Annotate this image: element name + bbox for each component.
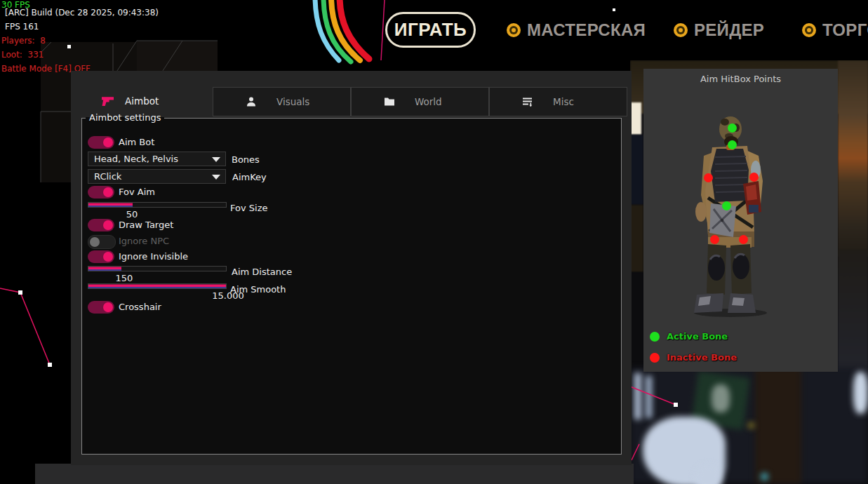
fov-aim-toggle[interactable] xyxy=(88,186,114,199)
hitbox-dot-left-shoulder xyxy=(704,173,713,182)
toggle-knob xyxy=(103,220,113,230)
rainbow-streak xyxy=(315,0,369,62)
fov-size-label: Fov Size xyxy=(230,203,267,213)
coin-icon xyxy=(802,23,816,37)
nav-item-raider[interactable]: РЕЙДЕР xyxy=(674,20,764,40)
active-bone-dot xyxy=(650,332,660,342)
aimkey-label: AimKey xyxy=(232,172,267,182)
tab-aimbot[interactable]: Aimbot xyxy=(102,89,159,113)
coin-icon xyxy=(674,23,688,37)
nav-item-label: ТОРГО xyxy=(822,20,868,40)
person-icon xyxy=(246,96,257,107)
aimbot-settings-group: Aimbot settings Aim Bot Head, Neck, Pelv… xyxy=(81,118,622,455)
hitbox-dot-right-shoulder xyxy=(749,173,759,182)
toggle-knob xyxy=(103,252,113,262)
draw-target-toggle[interactable] xyxy=(88,219,114,231)
fov-size-slider[interactable] xyxy=(88,202,227,208)
bones-dropdown-value: Head, Neck, Pelvis xyxy=(94,154,178,164)
aimkey-dropdown-value: RClick xyxy=(94,171,121,182)
slider-fill xyxy=(88,203,133,207)
nav-item-trader[interactable]: ТОРГО xyxy=(802,20,868,40)
aim-smooth-label: Aim Smooth xyxy=(230,284,286,295)
ignore-invisible-label: Ignore Invisible xyxy=(119,250,188,263)
toggle-knob xyxy=(103,302,113,312)
tab-visuals[interactable]: Visuals xyxy=(213,87,351,116)
fov-aim-label: Fov Aim xyxy=(119,186,155,199)
hitbox-dot-right-thigh xyxy=(739,235,748,244)
slider-fill xyxy=(88,284,226,288)
crosshair-label: Crosshair xyxy=(119,301,161,314)
hitbox-dot-pelvis xyxy=(722,201,731,210)
legend-label: Inactive Bone xyxy=(667,352,737,363)
fov-size-value: 50 xyxy=(111,209,153,220)
chevron-down-icon xyxy=(212,175,220,180)
hitbox-dot-neck xyxy=(728,140,737,149)
hitbox-panel-title: Aim HitBox Points xyxy=(643,74,838,84)
slider-fill xyxy=(88,267,121,271)
hitbox-panel: Aim HitBox Points xyxy=(643,69,838,372)
tab-label: World xyxy=(415,96,442,107)
ignore-npc-label: Ignore NPC xyxy=(119,235,169,248)
cheat-menu-panel: Aimbot Visuals World Misc xyxy=(71,71,632,465)
crosshair-toggle[interactable] xyxy=(88,301,114,314)
aim-distance-slider[interactable] xyxy=(88,266,227,271)
tab-label: Aimbot xyxy=(125,95,159,107)
ignore-invisible-toggle[interactable] xyxy=(88,250,114,263)
bones-dropdown[interactable]: Head, Neck, Pelvis xyxy=(88,152,226,166)
pistol-icon xyxy=(102,96,114,107)
inactive-bone-dot xyxy=(650,353,660,363)
aimkey-dropdown[interactable]: RClick xyxy=(88,169,226,184)
filter-icon xyxy=(522,96,533,107)
nav-item-label: МАСТЕРСКАЯ xyxy=(527,20,646,40)
folder-icon xyxy=(384,97,395,107)
legend-active-bone: Active Bone xyxy=(650,331,728,342)
coin-icon xyxy=(507,23,521,37)
players-counter: Players: 8 xyxy=(1,36,46,46)
nav-item-workshop[interactable]: МАСТЕРСКАЯ xyxy=(507,20,646,40)
chevron-down-icon xyxy=(212,157,220,162)
group-title: Aimbot settings xyxy=(86,112,164,123)
tab-label: Visuals xyxy=(276,96,309,107)
tab-label: Misc xyxy=(553,96,574,107)
play-button[interactable]: ИГРАТЬ xyxy=(385,12,476,48)
loot-counter: Loot: 331 xyxy=(1,50,44,60)
build-info: [ARC] Build (Dec 28 2025, 09:43:38) xyxy=(5,8,159,18)
draw-target-label: Draw Target xyxy=(119,219,173,231)
aim-bot-label: Aim Bot xyxy=(119,136,154,149)
screen: 30 FPS [ARC] Build (Dec 28 2025, 09:43:3… xyxy=(0,0,868,484)
ignore-npc-toggle[interactable] xyxy=(88,235,116,249)
tab-misc[interactable]: Misc xyxy=(489,87,627,116)
play-button-label: ИГРАТЬ xyxy=(394,19,467,41)
hitbox-dot-left-thigh xyxy=(710,235,719,244)
aim-distance-label: Aim Distance xyxy=(232,267,292,277)
hitbox-dot-head xyxy=(728,123,737,133)
bones-label: Bones xyxy=(232,154,260,165)
aim-bot-toggle[interactable] xyxy=(88,136,114,149)
legend-inactive-bone: Inactive Bone xyxy=(650,352,737,363)
fps-counter: FPS 161 xyxy=(5,22,39,32)
toggle-knob xyxy=(103,187,113,197)
tab-world[interactable]: World xyxy=(351,87,489,116)
toggle-knob xyxy=(90,237,100,247)
magenta-vertical-line xyxy=(381,0,385,60)
aim-smooth-slider[interactable] xyxy=(88,283,227,289)
toggle-knob xyxy=(103,137,113,147)
aim-distance-value: 150 xyxy=(103,273,145,283)
legend-label: Active Bone xyxy=(667,331,728,342)
nav-item-label: РЕЙДЕР xyxy=(694,20,764,40)
